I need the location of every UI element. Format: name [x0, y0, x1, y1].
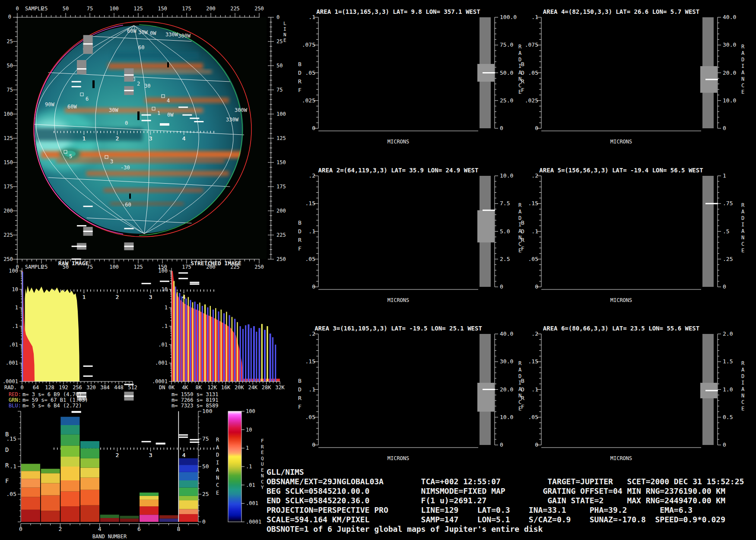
info-line: BEG SCLK=05845210.00.0 NIMSMODE=FIXED MA… [267, 486, 744, 496]
y2-tick-label: 20.0 [500, 386, 513, 393]
y2-tick-label: 5.0 [500, 228, 510, 235]
y2-tick-label: 10.0 [500, 414, 513, 420]
spectrum-panel-area3: AREA 3=(161,105,3,3) LAT= -19.5 LON= 25.… [54, 325, 522, 461]
spectrum-point [190, 118, 199, 119]
spectrum-point [142, 283, 151, 284]
band-segment [100, 515, 119, 518]
jupiter-image-panel: 60W30W0W330W300W90W60W30W0W330W300W60300… [3, 6, 286, 270]
band-segment [41, 469, 60, 473]
y-axis-label: F [298, 87, 302, 93]
sample-tick-label: 200 [206, 6, 216, 12]
info-line: OBSNAME/EXT=29JNGLOBAL03A TCA=+002 12:55… [267, 477, 744, 486]
y2-axis-label: A [518, 367, 522, 373]
dn-stripe [207, 307, 208, 381]
band-segment [60, 435, 79, 446]
y2-tick-label: .5 [723, 228, 730, 235]
spectrum-point [72, 258, 81, 260]
spectrum-point [124, 395, 133, 397]
y2-axis-label: D [741, 373, 744, 379]
line-tick-label: 200 [3, 208, 13, 214]
y-tick-label: 0 [312, 125, 315, 131]
band-segment [21, 479, 40, 487]
y-axis-label: F [298, 403, 302, 410]
sample-axis-label: SAMPLE [25, 6, 44, 12]
x-tick-label: 1 [82, 135, 86, 142]
log-tick-label: .1 [12, 323, 18, 329]
y-tick-label: .1 [531, 14, 538, 20]
y-axis-label: F [521, 87, 524, 93]
log-tick-label: .01 [158, 342, 168, 348]
x-tick-label: 8K [196, 384, 202, 391]
x-tick-label: 1 [82, 294, 86, 300]
y-axis-label: B [298, 378, 302, 384]
line-tick-label: 250 [276, 256, 286, 262]
info-line: PROJECTION=PERSPECTIVE PRO LINE=129 LAT=… [267, 505, 744, 515]
colorbar-tick-label: .1 [246, 464, 252, 470]
stat-value: m= 59 s= 67 B1 (1.03) [22, 397, 88, 403]
x-tick-label: 384 [100, 384, 110, 391]
line-tick-label: 0 [8, 14, 11, 20]
y-axis-label: R [298, 78, 302, 85]
x-axis-label: MICRONS [610, 297, 632, 303]
y-axis-label: D [521, 228, 524, 235]
line-tick-label: 50 [7, 63, 13, 69]
observation-info: GLL/NIMSOBSNAME/EXT=29JNGLOBAL03A TCA=+0… [267, 467, 744, 534]
dn-stripe [237, 322, 238, 381]
x-tick-label: 4 [182, 452, 186, 458]
y-tick-label: .05 [305, 256, 315, 262]
radiance-bar-sigma [477, 383, 494, 412]
y2-tick-label: 0 [500, 125, 503, 131]
band-segment [140, 515, 159, 522]
x-tick-label: 2 [116, 452, 119, 458]
radiance-bar-mean [483, 210, 495, 211]
band-segment [60, 467, 79, 480]
longitude-label: 0W [150, 30, 156, 36]
band-segment [21, 497, 40, 509]
band-bdrf-plot: .15.1.05BDRF02468BAND NUMBER1007550250RA… [5, 408, 219, 540]
y-tick-label: .2 [531, 330, 538, 337]
spectrum-point [142, 120, 151, 121]
dn-stripe [253, 326, 255, 381]
x-tick-label: 4 [98, 526, 102, 532]
latitude-label: 30 [144, 83, 150, 89]
line-tick-label: 25 [7, 38, 13, 44]
spectrum-point [190, 439, 199, 440]
band-segment [80, 458, 99, 468]
y2-axis-label: D [741, 215, 744, 221]
x-tick-label: 16K [221, 384, 231, 391]
sample-tick-label: 150 [158, 6, 167, 12]
band-segment [60, 417, 79, 425]
dn-stripe [185, 299, 187, 381]
spectrum-point [178, 437, 188, 438]
band-segment [41, 496, 60, 511]
y2-axis-label: N [741, 235, 744, 241]
band-segment [140, 506, 159, 515]
colorbar-tick-label: 100 [246, 408, 255, 414]
dn-stripe [181, 296, 182, 381]
dn-stripe [194, 302, 196, 381]
line-tick-label: 75 [276, 87, 283, 93]
y2-tick-label: 1.5 [723, 358, 733, 365]
y2-axis-label: I [741, 63, 744, 69]
colorbar-axis-label: E [261, 450, 264, 455]
x-tick-label: 24K [248, 384, 257, 391]
line-tick-label: 50 [276, 63, 283, 69]
sample-tick-label: 175 [182, 264, 191, 270]
histogram-title: STRETCHED IMAGE [191, 260, 241, 267]
y-tick-label: .075 [525, 41, 538, 48]
spectrum-point [77, 225, 86, 226]
x-tick-label: 2 [116, 135, 119, 142]
info-line: OBSNOTE=1 of 6 Jupiter global maps of Ju… [267, 524, 744, 534]
y2-tick-label: 20.0 [723, 70, 736, 76]
sample-tick-label: 25 [41, 6, 48, 12]
x-tick-label: 2 [116, 294, 119, 300]
spectrum-point [194, 121, 203, 122]
x-tick-label: 0 [19, 526, 22, 532]
longitude-label: 330W [226, 117, 239, 123]
dn-stripe [213, 310, 214, 381]
dn-stripe [188, 297, 189, 381]
band-segment [179, 458, 198, 465]
dn-stripe [223, 313, 225, 381]
line-tick-label: 100 [276, 111, 286, 117]
stat-label: RED: [9, 391, 21, 397]
